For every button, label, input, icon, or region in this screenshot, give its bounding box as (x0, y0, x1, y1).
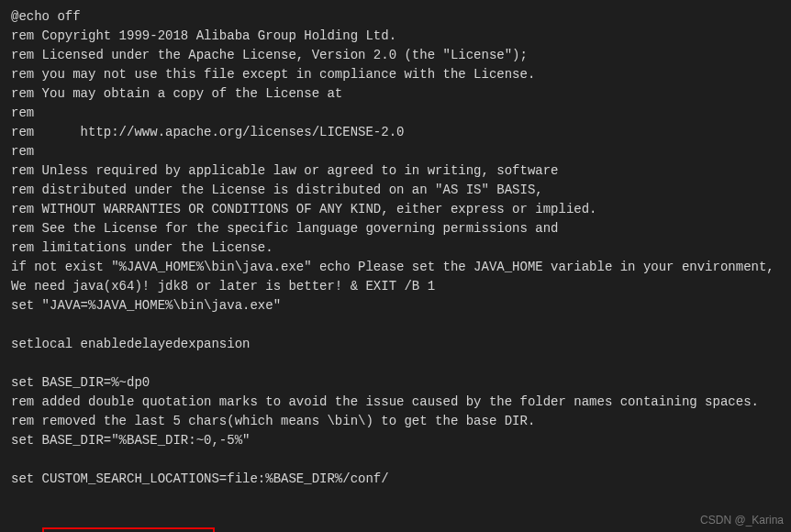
code-line-highlighted: set MODE="standalone" (11, 508, 780, 532)
code-line: rem limitations under the License. (11, 238, 780, 258)
code-line: rem removed the last 5 chars(which means… (11, 412, 780, 431)
code-line: rem Copyright 1999-2018 Alibaba Group Ho… (11, 27, 780, 46)
code-line: if not exist "%JAVA_HOME%\bin\java.exe" … (11, 258, 780, 296)
code-line: set "JAVA=%JAVA_HOME%\bin\java.exe" (11, 296, 780, 316)
code-line: rem Licensed under the Apache License, V… (11, 46, 780, 65)
code-line: set BASE_DIR=%~dp0 (11, 373, 780, 393)
code-line: rem (11, 104, 780, 123)
code-block: @echo off rem Copyright 1999-2018 Alibab… (11, 7, 780, 532)
code-line: rem added double quotation marks to avoi… (11, 393, 780, 412)
code-line: rem distributed under the License is dis… (11, 181, 780, 200)
code-line: rem Unless required by applicable law or… (11, 161, 780, 181)
empty-line (11, 354, 780, 373)
code-line: rem http://www.apache.org/licenses/LICEN… (11, 123, 780, 142)
code-line: setlocal enabledelayedexpansion (11, 335, 780, 354)
empty-line (11, 489, 780, 508)
code-line: set CUSTOM_SEARCH_LOCATIONS=file:%BASE_D… (11, 470, 780, 489)
empty-line (11, 316, 780, 335)
code-line: @echo off (11, 7, 780, 27)
code-line: rem WITHOUT WARRANTIES OR CONDITIONS OF … (11, 200, 780, 219)
code-line: rem you may not use this file except in … (11, 65, 780, 84)
highlight-box: set MODE="standalone" (42, 527, 215, 532)
code-line: set BASE_DIR="%BASE_DIR:~0,-5%" (11, 431, 780, 450)
empty-line (11, 450, 780, 470)
code-line: rem See the License for the specific lan… (11, 219, 780, 238)
watermark: CSDN @_Karina (700, 512, 784, 528)
code-line: rem (11, 142, 780, 161)
code-line: rem You may obtain a copy of the License… (11, 84, 780, 104)
